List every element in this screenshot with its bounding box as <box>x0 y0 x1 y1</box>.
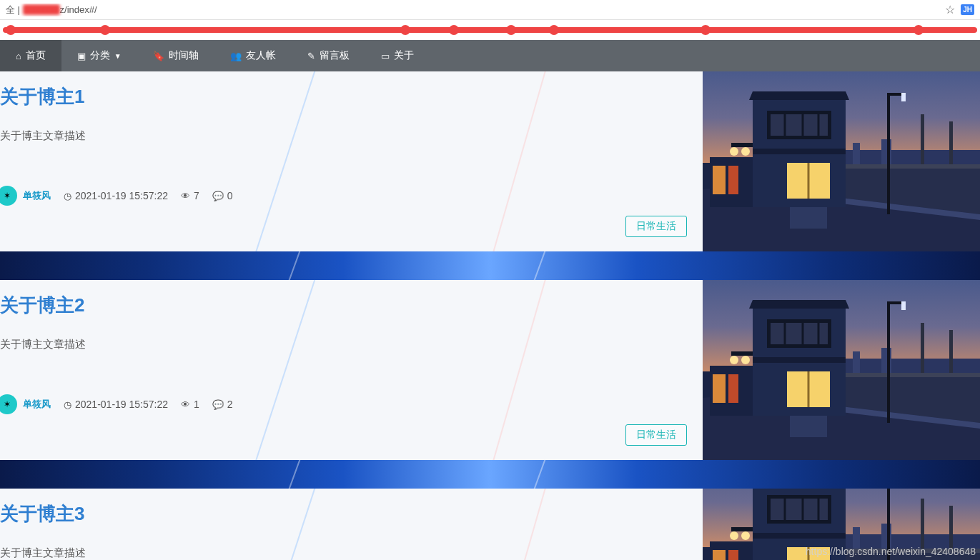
post-thumbnail-image <box>703 71 980 251</box>
post-card: 关于博主1关于博主文章描述✶单筱风◷2021-01-19 15:57:22👁7💬… <box>0 71 980 251</box>
svg-point-24 <box>730 147 738 156</box>
author-link[interactable]: 单筱风 <box>23 398 51 411</box>
post-thumbnail-image <box>703 489 980 560</box>
post-comments: 💬2 <box>212 399 233 410</box>
svg-point-55 <box>730 356 738 364</box>
svg-rect-58 <box>887 301 890 423</box>
extension-badge[interactable]: JH <box>961 4 974 15</box>
nav-label: 时间轴 <box>169 49 199 62</box>
nav-item-category[interactable]: ▣分类▼ <box>61 40 137 71</box>
post-tag[interactable]: 日常生活 <box>625 216 687 237</box>
svg-rect-65 <box>853 527 860 549</box>
svg-rect-34 <box>853 351 860 373</box>
svg-rect-57 <box>731 351 753 356</box>
eye-icon: 👁 <box>181 191 190 201</box>
nav-item-guestbook[interactable]: ✎留言板 <box>292 40 365 71</box>
svg-rect-2 <box>846 150 980 164</box>
post-description: 关于博主文章描述 <box>0 338 694 351</box>
post-thumbnail-image <box>703 280 980 460</box>
post-views: 👁7 <box>181 190 199 201</box>
svg-rect-85 <box>728 550 738 560</box>
svg-rect-38 <box>846 373 980 377</box>
post-thumbnail[interactable] <box>703 71 980 251</box>
author-avatar[interactable]: ✶ <box>0 394 17 414</box>
author-link[interactable]: 单筱风 <box>23 189 51 202</box>
svg-rect-27 <box>887 93 890 214</box>
nav-label: 关于 <box>394 49 414 62</box>
users-icon: 👥 <box>230 51 242 61</box>
nav-item-home[interactable]: ⌂首页 <box>0 40 61 71</box>
svg-rect-13 <box>753 149 846 154</box>
post-tag[interactable]: 日常生活 <box>625 424 687 446</box>
nav-label: 友人帐 <box>246 49 276 62</box>
post-card: 关于博主3关于博主文章描述 <box>0 489 980 560</box>
main-nav: ⌂首页▣分类▼🔖时间轴👥友人帐✎留言板▭关于 <box>0 40 980 71</box>
svg-rect-23 <box>728 166 738 194</box>
post-description: 关于博主文章描述 <box>0 546 694 560</box>
tag-icon: 🔖 <box>153 51 164 61</box>
svg-rect-44 <box>753 357 846 363</box>
id-icon: ▭ <box>381 51 390 61</box>
post-meta: ✶单筱风◷2021-01-19 15:57:22👁7💬0 <box>0 186 694 206</box>
nav-label: 留言板 <box>320 49 350 62</box>
post-views: 👁1 <box>181 399 199 410</box>
nav-item-timeline[interactable]: 🔖时间轴 <box>137 40 214 71</box>
nav-label: 首页 <box>26 49 46 62</box>
svg-rect-33 <box>846 359 980 373</box>
svg-rect-69 <box>846 549 980 553</box>
svg-rect-26 <box>731 143 753 147</box>
svg-rect-61 <box>790 416 827 437</box>
svg-rect-75 <box>753 533 846 539</box>
comment-icon: 💬 <box>212 399 224 410</box>
clock-icon: ◷ <box>64 399 71 410</box>
svg-rect-7 <box>846 164 980 169</box>
svg-point-25 <box>741 147 750 156</box>
post-divider <box>0 460 980 489</box>
home-icon: ⌂ <box>16 51 21 61</box>
svg-marker-12 <box>749 91 849 100</box>
post-description: 关于博主文章描述 <box>0 129 694 143</box>
svg-rect-89 <box>887 489 890 560</box>
nav-item-friends[interactable]: 👥友人帐 <box>214 40 292 71</box>
post-title[interactable]: 关于博主3 <box>0 501 694 526</box>
clock-icon: ◷ <box>64 191 71 201</box>
post-title[interactable]: 关于博主1 <box>0 84 694 109</box>
svg-rect-84 <box>713 550 726 560</box>
pencil-icon: ✎ <box>307 51 315 61</box>
svg-rect-60 <box>901 301 906 310</box>
nav-label: 分类 <box>90 49 110 62</box>
svg-rect-53 <box>713 374 726 403</box>
post-meta: ✶单筱风◷2021-01-19 15:57:22👁1💬2 <box>0 394 694 414</box>
author-avatar[interactable]: ✶ <box>0 186 17 206</box>
svg-marker-43 <box>749 300 849 309</box>
svg-point-56 <box>741 356 750 364</box>
post-title[interactable]: 关于博主2 <box>0 293 694 318</box>
svg-point-86 <box>730 531 738 540</box>
svg-rect-70 <box>846 553 980 560</box>
post-thumbnail[interactable] <box>703 489 980 560</box>
post-date: ◷2021-01-19 15:57:22 <box>64 190 168 201</box>
post-comments: 💬0 <box>212 190 233 201</box>
comment-icon: 💬 <box>212 191 224 201</box>
svg-rect-3 <box>853 143 860 164</box>
svg-rect-64 <box>846 534 980 549</box>
bookmark-star-icon[interactable]: ☆ <box>945 3 955 16</box>
eye-icon: 👁 <box>181 399 190 410</box>
post-card: 关于博主2关于博主文章描述✶单筱风◷2021-01-19 15:57:22👁1💬… <box>0 280 980 460</box>
svg-rect-30 <box>790 207 827 229</box>
redacted-bookmark-bar <box>0 20 980 40</box>
svg-rect-54 <box>728 374 738 403</box>
chevron-down-icon: ▼ <box>114 52 122 60</box>
browser-url-bar: 全 | xxxxxxxxz/index#/ ☆ JH <box>0 0 980 20</box>
post-date: ◷2021-01-19 15:57:22 <box>64 399 168 410</box>
archive-icon: ▣ <box>77 51 86 61</box>
svg-rect-29 <box>901 93 906 101</box>
post-divider <box>0 251 980 280</box>
svg-rect-88 <box>731 527 753 531</box>
svg-rect-22 <box>713 166 726 194</box>
svg-point-87 <box>741 531 750 540</box>
url-text: 全 | xxxxxxxxz/index#/ <box>6 4 945 16</box>
post-thumbnail[interactable] <box>703 280 980 460</box>
nav-item-about[interactable]: ▭关于 <box>365 40 430 71</box>
